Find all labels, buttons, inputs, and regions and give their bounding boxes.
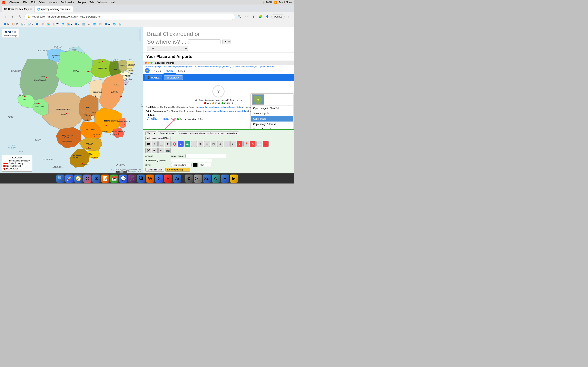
tool-globe2[interactable]: 🗺 <box>145 148 151 153</box>
ps-tab-docs2[interactable]: DOCS <box>176 68 188 74</box>
reload-button[interactable]: ↻ <box>17 14 23 20</box>
dock-calendar[interactable]: 📅 <box>110 175 118 183</box>
ps-tab-home[interactable]: HOME <box>151 68 164 74</box>
bookmark-17[interactable]: 🌐 <box>112 22 117 26</box>
anno-color-input[interactable]: blue <box>199 163 211 167</box>
bookmark-12[interactable]: 🔤 <box>81 22 86 26</box>
ctx-copy-image[interactable]: Copy Image <box>251 116 293 122</box>
menu-link[interactable]: Menu <box>161 117 171 121</box>
tool-red-minus[interactable]: — <box>263 141 269 147</box>
search-button[interactable]: 🔍 <box>237 14 242 20</box>
ctx-save-image[interactable]: Save Image As... <box>251 111 293 116</box>
menu-window[interactable]: Window <box>96 0 108 4</box>
bookmark-2[interactable]: 📋 W <box>11 22 19 26</box>
anno-copy-btn[interactable]: Copy (via 2) and Paste (via 1) Parts of … <box>178 132 239 135</box>
menu-history[interactable]: History <box>47 0 58 4</box>
dock-xd[interactable]: Xd <box>203 175 211 183</box>
tool-rect2[interactable]: ▭ <box>204 141 210 147</box>
bookmark-14[interactable]: 🌐 <box>92 22 97 26</box>
menu-people[interactable]: People <box>76 0 87 4</box>
ps-minimize-dot[interactable] <box>148 62 150 64</box>
bookmark-6[interactable]: 📰 <box>40 22 45 26</box>
ps-maximize-dot[interactable] <box>150 62 153 64</box>
tool-ccw[interactable]: ↩ <box>230 141 236 147</box>
clickaround-dropdown[interactable]: ▼ <box>222 39 231 44</box>
dock-mail[interactable]: ✉ <box>92 175 100 183</box>
tool-pen[interactable]: ✏ <box>152 141 158 147</box>
ctx-copy-address[interactable]: Copy Image Address <box>251 122 293 127</box>
dock-launchpad[interactable]: 🚀 <box>65 175 73 183</box>
tool-arrow-r[interactable]: ➡ <box>217 141 223 147</box>
ctx-search-google[interactable]: Search Google for Image <box>251 127 293 129</box>
dock-safari[interactable]: 🧭 <box>74 175 82 183</box>
new-tab-button[interactable]: + <box>74 6 78 12</box>
apple-menu[interactable]: 🍎 <box>2 0 6 4</box>
another-link[interactable]: Another <box>146 116 160 121</box>
ps-tab-docs[interactable]: HOME <box>164 68 176 74</box>
tool-red-circle[interactable]: ● <box>237 141 242 147</box>
back-button[interactable]: ‹ <box>2 14 8 20</box>
anno-style-input[interactable]: 18px Verdana <box>171 163 191 167</box>
dock-settings[interactable]: ⚙ <box>185 175 193 183</box>
anno-email-field[interactable]: Email (optional) <box>165 167 190 172</box>
bookmark-4[interactable]: 📝 a <box>27 22 34 26</box>
bookmark-16[interactable]: 🔵 W <box>103 22 111 26</box>
menu-bookmarks[interactable]: Bookmarks <box>59 0 76 4</box>
tool-teal[interactable]: ◉ <box>185 141 190 147</box>
menu-file[interactable]: File <box>21 0 29 4</box>
profile-button[interactable]: 👤 <box>264 14 270 20</box>
dock-finder[interactable]: 🔍 <box>56 175 65 183</box>
tool-curve[interactable]: ↪ <box>224 141 229 147</box>
dock-notes[interactable]: 📝 <box>101 175 109 183</box>
dock-music[interactable]: 🎵 <box>128 175 136 183</box>
ctx-open-new-tab[interactable]: Open Image in New Tab <box>251 106 293 111</box>
update-button[interactable]: Update <box>271 14 285 19</box>
tool-stripe[interactable]: 〰 <box>191 141 197 147</box>
tool-map[interactable]: 🗺 <box>145 141 151 147</box>
ps-origin-link[interactable]: does not have sufficient real-world spee… <box>203 110 248 112</box>
tab-2[interactable]: 🌐 rjmprogramming.com.au × <box>35 6 73 12</box>
anno-bw-input[interactable] <box>171 159 212 162</box>
or-dropdown[interactable]: ... or ... <box>147 46 188 51</box>
menu-help[interactable]: Help <box>109 0 118 4</box>
tool-circle[interactable]: ⭕ <box>172 141 177 147</box>
bookmark-9[interactable]: 🌐 <box>60 22 66 26</box>
address-bar[interactable]: 🔒 Not Secure | rjmprogramming.com.au/HTM… <box>25 14 235 20</box>
clickaround-input[interactable] <box>188 39 221 44</box>
tab-close-1[interactable]: × <box>30 8 32 11</box>
dock-terminal[interactable]: >_ <box>194 175 202 183</box>
annotations-btn[interactable]: Annotations++ <box>158 131 176 135</box>
dock-illustrator[interactable]: Ai <box>173 175 181 183</box>
dock-figma[interactable]: F <box>221 175 229 183</box>
bookmark-15[interactable]: 📰 <box>98 22 103 26</box>
menu-tab[interactable]: Tab <box>88 0 95 4</box>
extensions-button[interactable]: 🧩 <box>258 14 263 20</box>
dock-excel[interactable]: X <box>155 175 163 183</box>
brazil-map-area[interactable]: BRAZIL Political Map <box>0 27 143 173</box>
bookmark-10[interactable]: 🏪 a <box>66 22 73 26</box>
tool-red-x[interactable]: ✕ <box>250 141 256 147</box>
bookmark-13[interactable]: W <box>87 22 91 26</box>
dock-anim[interactable]: ▶ <box>230 175 238 183</box>
forward-button[interactable]: › <box>10 14 16 20</box>
add-to-film-btn[interactable]: Add to Animated Film <box>145 136 171 140</box>
bookmark-1[interactable]: 🔵 W <box>2 22 10 26</box>
dock-photos[interactable]: 🖼 <box>137 175 145 183</box>
bookmark-3[interactable]: 🏪 a <box>19 22 26 26</box>
tool-arrow[interactable]: ⬆ <box>165 141 171 147</box>
ps-inner-url[interactable]: developers.google.com/speed/pagespeed/in… <box>143 65 294 68</box>
tool-small-sq[interactable]: ◻ <box>211 141 216 147</box>
dock-word[interactable]: W <box>146 175 154 183</box>
dock-ppt[interactable]: P <box>164 175 172 183</box>
tool-a4[interactable]: A4 <box>152 148 158 153</box>
menu-chrome[interactable]: Chrome <box>8 0 21 4</box>
anno-your-select[interactable]: Your <box>145 131 156 135</box>
ps-field-link[interactable]: does not have sufficient real-world spee… <box>196 106 241 108</box>
tool-photo[interactable]: 📷 <box>165 148 171 153</box>
dock-chrome[interactable]: C <box>83 175 91 183</box>
tab-close-2[interactable]: × <box>69 8 71 11</box>
bookmark-11[interactable]: 🔵 a <box>73 22 81 26</box>
tool-pin[interactable]: 📍 <box>243 141 249 147</box>
score-info-icon[interactable]: ℹ <box>232 102 233 105</box>
tool-blue-circle[interactable]: ● <box>178 141 184 147</box>
